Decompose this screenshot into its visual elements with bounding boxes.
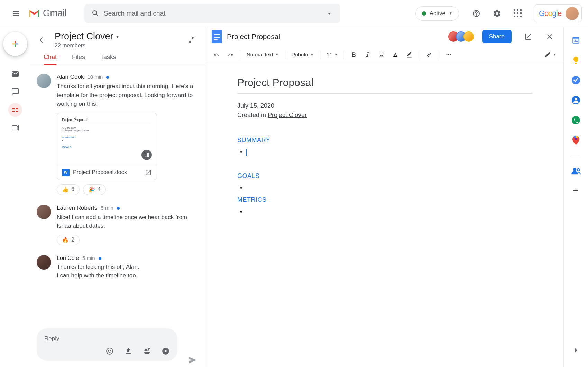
nav-mail[interactable] — [8, 67, 22, 81]
drive-button[interactable] — [141, 345, 153, 357]
presence-status-chip[interactable]: Active ▼ — [415, 6, 459, 21]
sender-avatar[interactable] — [37, 255, 51, 270]
close-doc-button[interactable] — [541, 28, 558, 45]
svg-point-18 — [573, 168, 576, 171]
text-color-button[interactable] — [389, 49, 402, 60]
more-toolbar-button[interactable] — [442, 49, 455, 60]
collaborator-avatars[interactable] — [451, 31, 474, 42]
message-time: 5 min — [101, 205, 113, 211]
gmail-logo[interactable]: Gmail — [28, 8, 66, 19]
collapse-button[interactable] — [184, 32, 199, 48]
back-button[interactable] — [35, 32, 50, 48]
sender-name: Alan Cook — [57, 74, 84, 81]
message-item: Lori Cole 5 min Thanks for kicking this … — [37, 255, 200, 280]
calendar-addon[interactable]: 31 — [571, 35, 581, 45]
main-menu-button[interactable] — [8, 5, 24, 22]
italic-button[interactable] — [361, 49, 374, 60]
font-size-dropdown[interactable]: 11▼ — [324, 49, 341, 59]
nav-chat[interactable] — [8, 85, 22, 99]
bold-icon — [350, 51, 357, 58]
search-box[interactable] — [84, 4, 340, 23]
redo-button[interactable] — [224, 49, 237, 60]
unread-dot-icon — [117, 207, 120, 210]
room-member-count[interactable]: 22 members — [55, 43, 179, 49]
doc-room-link[interactable]: Project Clover — [268, 112, 307, 119]
doc-content[interactable]: Project Proposal July 15, 2020 Created i… — [206, 63, 563, 367]
message-item: Alan Cook 10 min Thanks for all your gre… — [37, 74, 200, 195]
reaction-chip[interactable]: 🔥2 — [57, 235, 80, 245]
svg-point-7 — [448, 54, 449, 55]
google-logo: Google — [539, 9, 561, 18]
doc-pane: Project Proposal Share Normal text▼ Robo… — [206, 27, 564, 367]
search-icon[interactable] — [87, 5, 104, 22]
cloud-search-addon[interactable] — [571, 166, 581, 176]
settings-button[interactable] — [489, 5, 505, 22]
search-options-icon[interactable] — [321, 5, 338, 22]
room-tabs: Chat Files Tasks — [30, 49, 206, 65]
keep-addon[interactable] — [571, 55, 581, 65]
get-addons-button[interactable] — [572, 186, 580, 197]
google-apps-button[interactable] — [509, 5, 526, 22]
status-dot-icon — [422, 11, 426, 16]
undo-icon — [213, 51, 220, 58]
left-nav-rail — [0, 27, 30, 367]
gmail-icon — [28, 9, 40, 18]
tasks-icon — [571, 76, 580, 85]
share-button[interactable]: Share — [482, 30, 512, 43]
chat-icon — [11, 88, 19, 96]
keep-icon — [572, 56, 580, 65]
upload-button[interactable] — [122, 345, 135, 357]
tasks-addon[interactable] — [571, 75, 581, 85]
sender-avatar[interactable] — [37, 74, 51, 88]
highlight-button[interactable] — [403, 49, 415, 60]
insert-link-button[interactable] — [423, 49, 435, 60]
emoji-icon — [105, 347, 114, 355]
bold-button[interactable] — [348, 49, 360, 60]
tab-chat[interactable]: Chat — [44, 54, 57, 65]
nav-rooms[interactable] — [8, 103, 22, 117]
contacts-addon[interactable] — [571, 95, 581, 105]
open-new-tab-button[interactable] — [520, 28, 536, 45]
attachment-preview: Project Proposal July 15, 2020 Created i… — [57, 113, 157, 165]
nav-meet[interactable] — [8, 121, 22, 135]
compose-button[interactable] — [3, 32, 27, 56]
tab-files[interactable]: Files — [72, 54, 85, 65]
tab-tasks[interactable]: Tasks — [100, 54, 116, 65]
reply-composer[interactable]: Reply — [37, 328, 177, 361]
open-external-icon[interactable] — [145, 169, 152, 176]
voice-addon[interactable] — [571, 115, 581, 125]
unread-dot-icon — [106, 76, 109, 79]
room-title[interactable]: Project Clover▾ — [55, 31, 179, 42]
account-switcher[interactable]: Google — [534, 4, 582, 22]
underline-button[interactable] — [375, 49, 388, 60]
undo-button[interactable] — [210, 49, 223, 60]
open-side-panel-icon[interactable] — [141, 150, 152, 160]
emoji-button[interactable] — [103, 345, 116, 357]
side-panel-rail: 31 — [564, 27, 588, 367]
editing-mode-dropdown[interactable]: ▼ — [541, 49, 559, 60]
attachment-card[interactable]: Project Proposal July 15, 2020 Created i… — [57, 113, 157, 180]
unread-dot-icon — [99, 257, 101, 260]
send-icon — [189, 356, 197, 364]
underline-icon — [378, 51, 385, 58]
maps-addon[interactable] — [571, 135, 581, 145]
doc-title[interactable]: Project Proposal — [227, 32, 446, 41]
attachment-filename: Project Proposal.docx — [73, 169, 141, 176]
search-input[interactable] — [104, 10, 321, 17]
doc-section-summary: SUMMARY — [237, 137, 532, 144]
svg-point-19 — [577, 169, 580, 171]
message-list: Alan Cook 10 min Thanks for all your gre… — [30, 65, 206, 328]
sender-avatar[interactable] — [37, 205, 51, 219]
doc-heading: Project Proposal — [237, 77, 532, 94]
reaction-chip[interactable]: 👍6 — [57, 184, 80, 195]
send-button[interactable] — [186, 353, 200, 367]
support-button[interactable] — [468, 5, 485, 22]
meet-attach-button[interactable] — [159, 345, 172, 357]
paragraph-style-dropdown[interactable]: Normal text▼ — [244, 49, 282, 59]
message-item: Lauren Roberts 5 min Nice! I can add a t… — [37, 205, 200, 245]
hide-side-panel-button[interactable] — [568, 342, 584, 359]
reaction-chip[interactable]: 🎉4 — [83, 184, 106, 195]
doc-date: July 15, 2020 — [237, 101, 532, 111]
font-family-dropdown[interactable]: Roboto▼ — [289, 49, 316, 59]
gear-icon — [493, 9, 501, 18]
